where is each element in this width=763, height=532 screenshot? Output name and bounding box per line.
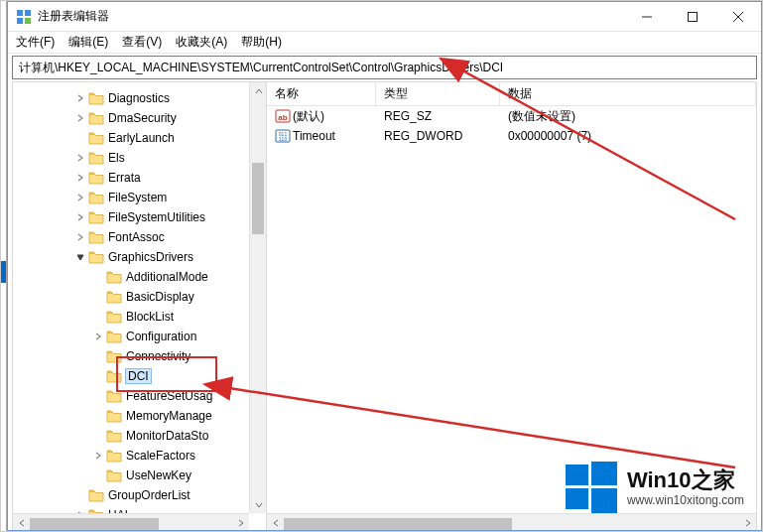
chevron-placeholder	[92, 410, 104, 422]
tree-node-label: ScaleFactors	[126, 449, 195, 463]
address-input[interactable]	[17, 60, 752, 75]
tree-node-label: GraphicsDrivers	[108, 250, 193, 264]
folder-icon	[88, 131, 104, 145]
tree-node-label: Configuration	[126, 330, 196, 343]
tree-node[interactable]: FontAssoc	[13, 227, 266, 247]
content-area: DiagnosticsDmaSecurityEarlyLaunchElsErra…	[8, 81, 761, 530]
minimize-button[interactable]	[624, 2, 670, 31]
tree-node[interactable]: MemoryManage	[13, 406, 266, 426]
menu-help[interactable]: 帮助(H)	[241, 34, 282, 51]
chevron-placeholder	[92, 430, 104, 442]
folder-icon	[106, 349, 122, 363]
tree-node[interactable]: AdditionalMode	[13, 267, 266, 287]
registry-tree[interactable]: DiagnosticsDmaSecurityEarlyLaunchElsErra…	[13, 88, 266, 525]
tree-node[interactable]: Connectivity	[13, 346, 266, 366]
scroll-right-icon[interactable]	[739, 514, 756, 530]
list-header: 名称 类型 数据	[267, 82, 756, 106]
tree-node-label: DCI	[126, 369, 151, 383]
scroll-thumb[interactable]	[252, 163, 264, 234]
folder-icon	[106, 310, 122, 324]
folder-icon	[88, 151, 104, 165]
address-bar[interactable]	[12, 56, 757, 79]
tree-node[interactable]: GraphicsDrivers	[13, 247, 266, 267]
scroll-right-icon[interactable]	[232, 514, 249, 530]
folder-icon	[88, 91, 104, 105]
scroll-down-icon[interactable]	[250, 496, 267, 513]
chevron-right-icon[interactable]	[74, 172, 86, 184]
chevron-right-icon[interactable]	[74, 231, 86, 243]
scroll-thumb[interactable]	[30, 518, 159, 530]
tree-node-label: FileSystem	[108, 191, 167, 204]
value-type: REG_DWORD	[376, 129, 500, 143]
tree-node[interactable]: Els	[13, 148, 266, 168]
tree-node[interactable]: UseNewKey	[13, 466, 266, 485]
tree-node[interactable]: DmaSecurity	[13, 108, 266, 128]
value-data: 0x00000007 (7)	[500, 129, 756, 143]
scroll-left-icon[interactable]	[267, 514, 284, 530]
registry-editor-window: 注册表编辑器 文件(F) 编辑(E) 查看(V) 收藏夹(A) 帮助(H) Di…	[7, 1, 762, 531]
tree-node[interactable]: EarlyLaunch	[13, 128, 266, 148]
chevron-placeholder	[92, 390, 104, 402]
menu-view[interactable]: 查看(V)	[122, 34, 162, 51]
background-selection-strip	[1, 261, 6, 283]
tree-node[interactable]: FileSystem	[13, 188, 266, 207]
folder-icon	[88, 250, 104, 264]
folder-icon	[106, 429, 122, 443]
chevron-right-icon[interactable]	[74, 92, 86, 104]
tree-horizontal-scrollbar[interactable]	[13, 513, 249, 530]
menubar: 文件(F) 编辑(E) 查看(V) 收藏夹(A) 帮助(H)	[8, 32, 761, 54]
close-button[interactable]	[715, 2, 761, 31]
value-name: (默认)	[293, 108, 324, 125]
chevron-right-icon[interactable]	[74, 152, 86, 164]
chevron-right-icon[interactable]	[74, 192, 86, 203]
list-horizontal-scrollbar[interactable]	[267, 513, 756, 530]
svg-marker-8	[77, 255, 83, 260]
tree-vertical-scrollbar[interactable]	[249, 82, 266, 513]
menu-favorites[interactable]: 收藏夹(A)	[176, 34, 227, 51]
column-data[interactable]: 数据	[500, 82, 756, 105]
column-name[interactable]: 名称	[267, 82, 376, 105]
chevron-placeholder	[74, 489, 86, 501]
chevron-right-icon[interactable]	[74, 211, 86, 223]
tree-node[interactable]: FeatureSetUsag	[13, 386, 266, 406]
tree-node[interactable]: FileSystemUtilities	[13, 207, 266, 227]
maximize-button[interactable]	[670, 2, 715, 31]
window-title: 注册表编辑器	[38, 8, 109, 25]
tree-node[interactable]: MonitorDataSto	[13, 426, 266, 446]
column-type[interactable]: 类型	[376, 82, 500, 105]
tree-node[interactable]: Diagnostics	[13, 88, 266, 108]
scroll-thumb[interactable]	[284, 518, 512, 530]
tree-node[interactable]: DCI	[13, 366, 266, 386]
tree-node-label: Els	[108, 151, 125, 165]
string-value-icon: ab	[275, 108, 291, 124]
svg-rect-2	[17, 18, 23, 24]
value-row[interactable]: 011110TimeoutREG_DWORD0x00000007 (7)	[267, 126, 756, 146]
chevron-down-icon[interactable]	[74, 251, 86, 263]
scroll-left-icon[interactable]	[13, 514, 30, 530]
menu-edit[interactable]: 编辑(E)	[68, 34, 108, 51]
tree-pane: DiagnosticsDmaSecurityEarlyLaunchElsErra…	[12, 81, 267, 530]
menu-file[interactable]: 文件(F)	[16, 34, 55, 51]
tree-node[interactable]: BlockList	[13, 307, 266, 327]
tree-node-label: EarlyLaunch	[108, 131, 175, 145]
tree-node[interactable]: Configuration	[13, 327, 266, 346]
tree-node-label: MemoryManage	[126, 409, 212, 423]
chevron-right-icon[interactable]	[74, 112, 86, 124]
chevron-right-icon[interactable]	[92, 331, 104, 342]
app-icon	[16, 9, 32, 25]
value-row[interactable]: ab(默认)REG_SZ(数值未设置)	[267, 106, 756, 126]
folder-icon	[88, 171, 104, 185]
tree-node-label: DmaSecurity	[108, 111, 177, 125]
chevron-placeholder	[92, 311, 104, 323]
chevron-right-icon[interactable]	[92, 450, 104, 462]
scroll-up-icon[interactable]	[250, 82, 267, 99]
tree-node[interactable]: Errata	[13, 168, 266, 188]
svg-text:110: 110	[279, 136, 288, 142]
tree-node[interactable]: GroupOrderList	[13, 485, 266, 505]
tree-node-label: MonitorDataSto	[126, 429, 208, 443]
value-list[interactable]: ab(默认)REG_SZ(数值未设置)011110TimeoutREG_DWOR…	[267, 106, 756, 146]
tree-node[interactable]: BasicDisplay	[13, 287, 266, 307]
tree-node[interactable]: ScaleFactors	[13, 446, 266, 466]
folder-icon	[88, 191, 104, 204]
folder-icon	[106, 449, 122, 463]
